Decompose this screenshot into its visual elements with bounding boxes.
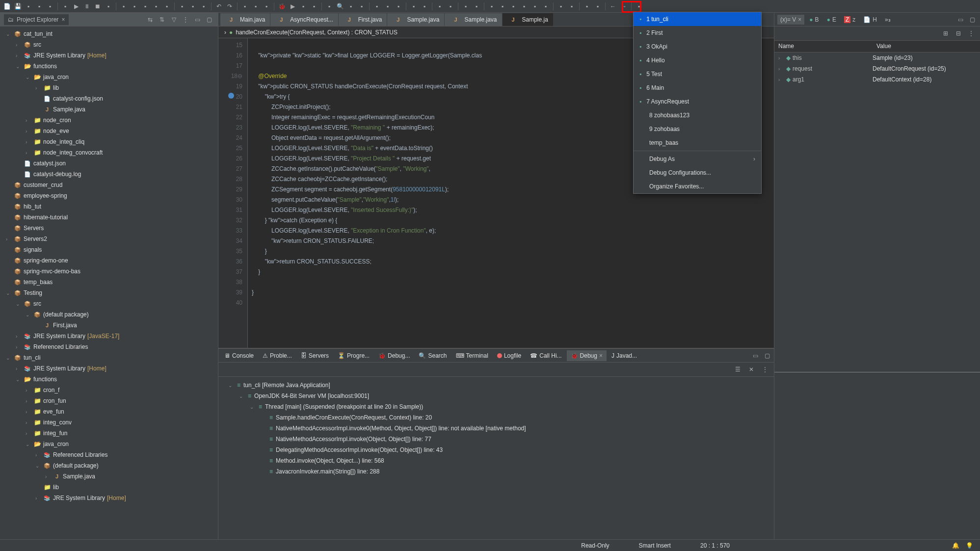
expand-arrow-icon[interactable]: › — [6, 236, 12, 242]
editor-tab[interactable]: Sample.java — [387, 13, 444, 26]
tree-item[interactable]: ⌄functions — [0, 374, 218, 385]
editor-tab[interactable]: Sample.ja — [503, 13, 553, 26]
task-icon[interactable]: ▪ — [357, 1, 367, 11]
bookmark-icon[interactable]: ▪ — [446, 1, 455, 11]
expand-arrow-icon[interactable]: ⌄ — [250, 404, 256, 410]
expand-arrow-icon[interactable]: › — [26, 409, 31, 415]
editor-tab[interactable]: First.java — [339, 13, 387, 26]
print-icon[interactable]: ▪ — [34, 1, 44, 11]
expand-arrow-icon[interactable]: ⌄ — [6, 355, 12, 361]
dropdown-item[interactable]: Debug As› — [634, 152, 761, 166]
step-return-icon[interactable]: ▪ — [140, 1, 150, 11]
tree-item[interactable]: ›cron_fun — [0, 395, 218, 406]
tree-item[interactable]: ⌄(default package) — [0, 460, 218, 471]
coverage-drop-icon[interactable]: ▪ — [519, 1, 529, 11]
drop-icon[interactable]: ▪ — [162, 1, 172, 11]
redo-icon[interactable]: ↷ — [225, 1, 235, 11]
link-icon[interactable]: ▪ — [383, 1, 393, 11]
tree-layout-icon[interactable]: ☰ — [733, 365, 742, 374]
close-icon[interactable]: × — [798, 16, 801, 23]
editor-tab[interactable]: Main.java — [220, 13, 270, 26]
tree-item[interactable]: ›JRE System Library[Home] — [0, 363, 218, 374]
close-icon[interactable]: × — [599, 352, 603, 359]
cut-icon[interactable]: ▪ — [240, 1, 250, 11]
ext-drop-icon[interactable]: ▪ — [541, 1, 551, 11]
dropdown-item[interactable]: ▪5 Test — [634, 67, 761, 81]
expand-arrow-icon[interactable]: ⌄ — [6, 31, 12, 37]
editor-tab[interactable]: AsyncRequest... — [270, 13, 338, 26]
expand-arrow-icon[interactable]: › — [35, 85, 41, 91]
collapse-icon[interactable]: ⊟ — [954, 28, 963, 38]
bottom-tab-logfile[interactable]: Logfile — [493, 350, 525, 361]
copy-icon[interactable]: ▪ — [251, 1, 261, 11]
suspend-icon[interactable]: ▪ — [188, 1, 198, 11]
collapse-all-icon[interactable]: ⇆ — [145, 15, 155, 25]
dropdown-item[interactable]: temp_baas — [634, 136, 761, 150]
bottom-tab-proble[interactable]: ⚠Proble... — [259, 350, 296, 361]
step-over-icon[interactable]: ▪ — [130, 1, 139, 11]
paste-icon[interactable]: ▪ — [262, 1, 271, 11]
expand-arrow-icon[interactable]: › — [16, 53, 22, 58]
nav-icon[interactable]: ▪ — [461, 1, 471, 11]
tree-item[interactable]: ⌄cat_tun_int — [0, 28, 218, 39]
expand-arrow-icon[interactable]: › — [35, 452, 41, 458]
expand-arrow-icon[interactable]: ⌄ — [228, 383, 234, 388]
tree-item[interactable]: ›JRE System Library[Home] — [0, 50, 218, 61]
value-column[interactable]: Value — [873, 41, 895, 52]
stop-icon[interactable]: ⏹ — [93, 1, 103, 11]
back-icon[interactable]: ← — [608, 1, 618, 11]
dropdown-item[interactable]: ▪6 Main — [634, 81, 761, 95]
tree-item[interactable]: catalyst.json — [0, 158, 218, 169]
expand-arrow-icon[interactable]: ⌄ — [16, 64, 22, 69]
project-explorer-tab[interactable]: 🗂 Project Explorer × — [4, 14, 69, 25]
tree-item[interactable]: ›src — [0, 39, 218, 50]
minimize-icon[interactable]: ▭ — [192, 15, 202, 25]
view-menu-icon[interactable]: ⋮ — [760, 365, 770, 374]
tree-item[interactable]: catalyst-config.json — [0, 93, 218, 104]
tree-item[interactable]: hib_tut — [0, 201, 218, 212]
show-type-icon[interactable]: ⊞ — [941, 28, 951, 38]
save-icon[interactable]: 💾 — [13, 1, 23, 11]
expand-arrow-icon[interactable]: › — [35, 496, 41, 501]
coverage-icon[interactable]: ▪ — [298, 1, 308, 11]
play-icon[interactable]: ▶ — [71, 1, 81, 11]
expand-arrow-icon[interactable]: › — [778, 77, 784, 82]
editor-tab[interactable]: Sample.java — [445, 13, 502, 26]
tree-item[interactable]: ›Referenced Libraries — [0, 449, 218, 460]
tree-item[interactable]: ⌄functions — [0, 61, 218, 72]
dropdown-item[interactable]: ▪2 First — [634, 26, 761, 40]
dropdown-item[interactable]: 9 zohobaas — [634, 122, 761, 136]
expand-arrow-icon[interactable]: ⌄ — [26, 312, 31, 317]
view-menu-icon[interactable]: ⋮ — [181, 15, 190, 25]
tree-item[interactable]: signals — [0, 244, 218, 255]
stack-frame[interactable]: ≡NativeMethodAccessorImpl.invoke(Object,… — [224, 434, 768, 445]
link-editor-icon[interactable]: ⇅ — [157, 15, 167, 25]
tree-item[interactable]: ⌄Testing — [0, 288, 218, 298]
dropdown-item[interactable]: Debug Configurations... — [634, 166, 761, 180]
expand-arrow-icon[interactable]: ⌄ — [6, 290, 12, 296]
project-tree[interactable]: ⌄cat_tun_int›src›JRE System Library[Home… — [0, 26, 218, 539]
tree-item[interactable]: ›cron_f — [0, 385, 218, 395]
build-icon[interactable]: ▪ — [45, 1, 55, 11]
expand-arrow-icon[interactable]: › — [26, 139, 31, 145]
h-tab[interactable]: 📄H — [860, 15, 880, 25]
notification-icon[interactable]: 🔔 — [951, 541, 960, 551]
terminate-icon[interactable]: ▪ — [199, 1, 209, 11]
tree-item[interactable]: ›node_integ_cliq — [0, 136, 218, 147]
customize-icon[interactable]: ▪ — [567, 1, 577, 11]
expand-arrow-icon[interactable]: ⌄ — [35, 463, 41, 469]
class-icon[interactable]: ▪ — [472, 1, 481, 11]
tree-item[interactable]: customer_crud — [0, 180, 218, 190]
expand-arrow-icon[interactable]: ⌄ — [239, 394, 245, 399]
expand-arrow-icon[interactable]: › — [16, 344, 22, 350]
tree-item[interactable]: ›node_integ_convocraft — [0, 147, 218, 158]
tree-item[interactable]: ⌄java_cron — [0, 72, 218, 82]
bottom-tab-callhi[interactable]: ☎Call Hi... — [526, 350, 565, 361]
bottom-tab-search[interactable]: 🔍Search — [415, 350, 450, 361]
dropdown-item[interactable]: ▪1 tun_cli — [634, 12, 761, 26]
tip-icon[interactable]: 💡 — [964, 541, 974, 551]
variable-row[interactable]: ›◆arg1DefaultContext (id=28) — [774, 74, 980, 85]
z-tab[interactable]: Zz — [841, 15, 858, 25]
stack-frame[interactable]: ≡JavacronInvoker.main(String[]) line: 28… — [224, 466, 768, 477]
save-all-icon[interactable]: ▪ — [24, 1, 33, 11]
